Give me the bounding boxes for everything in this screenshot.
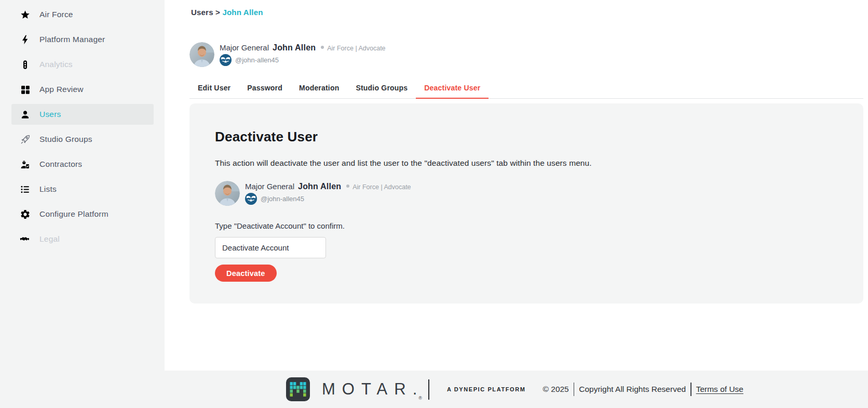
- sidebar-item-label: Studio Groups: [39, 135, 92, 144]
- sidebar-item-label: Analytics: [39, 60, 73, 69]
- breadcrumb-separator: >: [215, 8, 220, 17]
- user-name: John Allen: [273, 43, 316, 52]
- user-meta: Air Force | Advocate: [327, 45, 385, 52]
- footer-separator: [574, 383, 575, 396]
- footer: MOTAR. ® A DYNEPIC PLATFORM © 2025 Copyr…: [0, 371, 868, 408]
- copyright-year: © 2025: [543, 385, 569, 394]
- sidebar-item-label: Users: [39, 110, 61, 119]
- sidebar-item-label: Contractors: [39, 160, 82, 169]
- sidebar-item-label: App Review: [39, 85, 84, 94]
- card-user-summary: Major General John Allen Air Force | Adv…: [215, 181, 838, 206]
- footer-separator: [690, 383, 691, 396]
- tab-edit-user[interactable]: Edit User: [189, 77, 239, 99]
- registered-trademark-mark: ®: [418, 396, 422, 401]
- sidebar-item-label: Air Force: [39, 10, 73, 19]
- sidebar-item-label: Platform Manager: [39, 35, 105, 44]
- user-name: John Allen: [298, 182, 341, 191]
- user-rank: Major General: [245, 182, 294, 191]
- person-icon: [20, 109, 31, 120]
- sidebar: Air Force Platform Manager Analytics App…: [0, 0, 165, 371]
- tab-password[interactable]: Password: [239, 77, 291, 99]
- sidebar-item-label: Lists: [39, 185, 57, 194]
- dynepic-tagline: A DYNEPIC PLATFORM: [447, 386, 526, 392]
- motar-wordmark: MOTAR.: [322, 380, 424, 399]
- breadcrumb-current-user: John Allen: [222, 8, 263, 17]
- confirm-instruction-label: Type "Deactivate Account" to confirm.: [215, 221, 838, 230]
- breadcrumb-users-link[interactable]: Users >: [191, 8, 220, 17]
- handshake-icon: [20, 234, 31, 245]
- tab-studio-groups[interactable]: Studio Groups: [347, 77, 416, 99]
- sidebar-item-legal: Legal: [11, 229, 154, 249]
- user-tabs: Edit User Password Moderation Studio Gro…: [189, 77, 863, 99]
- gear-icon: [20, 209, 31, 220]
- sidebar-item-lists[interactable]: Lists: [11, 179, 154, 200]
- deactivate-button[interactable]: Deactivate: [215, 265, 277, 282]
- dot-separator-icon: [346, 185, 349, 188]
- sidebar-item-platform-manager[interactable]: Platform Manager: [11, 29, 154, 50]
- sidebar-item-contractors[interactable]: Contractors: [11, 154, 154, 175]
- dot-separator-icon: [321, 46, 324, 49]
- main-content: Users > John Allen Major General John Al…: [165, 0, 868, 371]
- deactivate-user-card: Deactivate User This action will deactiv…: [189, 103, 863, 304]
- confirm-text-input[interactable]: [215, 237, 326, 258]
- air-force-wings-icon: [245, 193, 257, 205]
- rocket-icon: [20, 134, 31, 145]
- list-icon: [20, 184, 31, 195]
- user-handle: @john-allen45: [261, 195, 304, 203]
- sidebar-item-configure-platform[interactable]: Configure Platform: [11, 204, 154, 225]
- card-title: Deactivate User: [215, 129, 838, 145]
- sidebar-item-analytics: Analytics: [11, 54, 154, 75]
- sidebar-item-users[interactable]: Users: [11, 104, 154, 125]
- breadcrumb: Users > John Allen: [189, 8, 863, 17]
- sidebar-item-app-review[interactable]: App Review: [11, 79, 154, 100]
- air-force-wings-icon: [220, 54, 232, 66]
- grid-icon: [20, 84, 31, 95]
- user-photo-avatar: [215, 181, 240, 206]
- user-handle: @john-allen45: [235, 56, 279, 64]
- terms-of-use-link[interactable]: Terms of Use: [696, 385, 743, 394]
- footer-divider: [428, 379, 429, 400]
- tab-deactivate-user[interactable]: Deactivate User: [416, 77, 489, 99]
- sidebar-item-studio-groups[interactable]: Studio Groups: [11, 129, 154, 150]
- user-meta: Air Force | Advocate: [352, 183, 411, 191]
- admin-page: Air Force Platform Manager Analytics App…: [0, 0, 868, 408]
- traffic-light-icon: [20, 59, 31, 70]
- card-description: This action will deactivate the user and…: [215, 159, 838, 168]
- sidebar-item-air-force[interactable]: Air Force: [11, 4, 154, 25]
- star-icon: [20, 9, 31, 20]
- worker-icon: [20, 159, 31, 170]
- motar-logo-icon: [286, 377, 310, 401]
- tab-moderation[interactable]: Moderation: [291, 77, 347, 99]
- lightning-icon: [20, 34, 31, 45]
- sidebar-item-label: Legal: [39, 234, 60, 244]
- sidebar-item-label: Configure Platform: [39, 209, 108, 219]
- copyright-text: Copyright All Rights Reserved: [579, 385, 686, 394]
- copyright-group: © 2025 Copyright All Rights Reserved Ter…: [543, 383, 743, 396]
- user-rank: Major General: [220, 43, 269, 52]
- user-photo-avatar: [189, 42, 214, 67]
- user-header: Major General John Allen Air Force | Adv…: [189, 42, 863, 67]
